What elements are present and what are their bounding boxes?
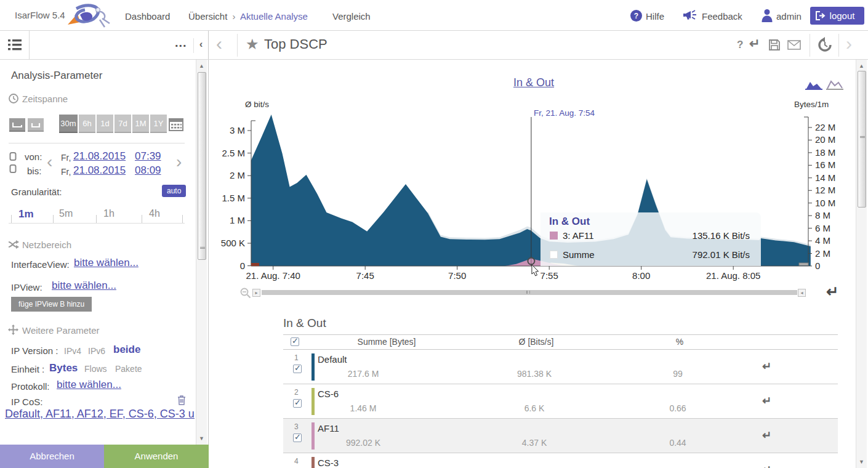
protokoll-link[interactable]: bitte wählen... <box>57 379 121 391</box>
main-scrollbar[interactable]: ▲ ▼ <box>856 60 867 468</box>
zoom-out-icon[interactable] <box>240 288 251 299</box>
bis-time-link[interactable]: 08:09 <box>135 164 161 177</box>
area-chart-type-icon[interactable] <box>805 79 822 91</box>
shuffle-icon <box>8 240 19 249</box>
weitere-parameter-label: Weitere Parameter <box>22 325 100 336</box>
nav-vergleich[interactable]: Vergleich <box>332 11 371 22</box>
main-scroll-thumb[interactable] <box>858 71 866 208</box>
email-icon[interactable] <box>787 40 801 50</box>
col-summe[interactable]: Summe [Bytes] <box>358 337 416 347</box>
nav-feedback[interactable]: Feedback <box>702 11 742 22</box>
back-chevron-icon[interactable]: ‹ <box>216 33 222 54</box>
svg-text:0: 0 <box>240 260 245 271</box>
megaphone-icon[interactable] <box>683 9 697 22</box>
preset-1M[interactable]: 1M <box>132 115 149 133</box>
scroll-up-icon[interactable]: ▲ <box>859 63 864 69</box>
preset-30m[interactable]: 30m <box>59 115 78 133</box>
sidebar-scrollbar[interactable]: ▲ ▼ <box>196 60 207 445</box>
range-prev-icon[interactable]: ‹ <box>47 152 52 172</box>
favorite-star-icon[interactable]: ★ <box>246 36 259 53</box>
ipview-link[interactable]: bitte wählen... <box>52 280 116 292</box>
col-pct[interactable]: % <box>676 337 683 347</box>
von-date-link[interactable]: 21.08.2015 <box>73 150 126 163</box>
preset-7d[interactable]: 7d <box>115 115 131 133</box>
row-drilldown-icon[interactable]: ↵ <box>762 463 771 468</box>
row-drilldown-icon[interactable]: ↵ <box>762 360 771 373</box>
row-checkbox[interactable] <box>293 365 302 373</box>
breadcrumb-parent[interactable]: Übersicht <box>188 11 227 22</box>
tooltip-title: In & Out <box>549 216 590 228</box>
col-avg[interactable]: Ø [Bits/s] <box>519 337 554 347</box>
preset-6h[interactable]: 6h <box>79 115 95 133</box>
sidebar-scroll-thumb[interactable] <box>198 72 206 260</box>
list-icon[interactable] <box>0 31 30 60</box>
chart-hscrollbar[interactable] <box>262 290 797 295</box>
granularity-1m[interactable]: 1m <box>18 208 34 220</box>
line-chart-type-icon[interactable] <box>826 79 843 91</box>
einheit-bytes[interactable]: Bytes <box>49 362 78 374</box>
interfaceview-link[interactable]: bitte wählen... <box>74 257 139 269</box>
row-avg: 4.37 K <box>522 438 547 448</box>
von-time-link[interactable]: 07:39 <box>135 150 161 163</box>
protokoll-label: Protokoll: <box>11 381 50 392</box>
chart-return-icon[interactable]: ↵ <box>826 283 838 301</box>
svg-text:1 M: 1 M <box>230 215 245 225</box>
einheit-flows[interactable]: Flows <box>84 364 107 374</box>
row-checkbox[interactable] <box>293 399 302 408</box>
row-name: CS-3 <box>318 458 339 468</box>
isarflow-logo <box>59 1 115 30</box>
logout-button[interactable]: logout <box>810 7 864 25</box>
help-question-icon[interactable]: ? <box>737 39 743 51</box>
collapse-sidebar-icon[interactable]: ‹ <box>193 38 208 53</box>
table-row-default[interactable]: 1 Default 217.6 M 981.38 K 99 ↵ <box>283 350 838 384</box>
scroll-down-icon[interactable]: ▼ <box>199 435 204 442</box>
granularity-4h[interactable]: 4h <box>149 208 160 219</box>
scroll-up-icon[interactable]: ▲ <box>199 63 204 69</box>
link-range-icon[interactable] <box>9 152 17 174</box>
table-row-cs3[interactable]: 4 CS-3 ↵ <box>283 453 838 468</box>
trash-icon[interactable] <box>177 395 186 405</box>
nav-hilfe[interactable]: Hilfe <box>646 11 664 22</box>
scroll-down-icon[interactable]: ▼ <box>859 459 864 465</box>
ip-cos-link[interactable]: Default, AF11, AF12, EF, CS-6, CS-3 und <box>5 408 195 421</box>
granularity-auto-button[interactable]: auto <box>162 185 186 197</box>
einheit-pakete[interactable]: Pakete <box>115 364 142 374</box>
calendar-icon[interactable] <box>169 117 183 132</box>
row-drilldown-icon[interactable]: ↵ <box>762 394 771 408</box>
chart-title-link[interactable]: In & Out <box>513 76 554 89</box>
nav-dashboard[interactable]: Dashboard <box>125 11 170 22</box>
save-icon[interactable] <box>769 39 780 50</box>
add-ipview-b-button[interactable]: füge IPView B hinzu <box>11 297 92 312</box>
window-mode-fixed-button[interactable] <box>28 118 44 132</box>
table-row-af11[interactable]: 3 AF11 992.02 K 4.37 K 0.44 ↵ <box>283 419 838 453</box>
table-row-cs6[interactable]: 2 CS-6 1.46 M 6.6 K 0.66 ↵ <box>283 384 838 419</box>
cancel-button[interactable]: Abbrechen <box>0 445 104 468</box>
bis-date-link[interactable]: 21.08.2015 <box>73 164 126 177</box>
preset-1Y[interactable]: 1Y <box>150 115 167 133</box>
granularity-1h[interactable]: 1h <box>103 208 115 219</box>
row-checkbox[interactable] <box>293 434 302 442</box>
overflow-menu-dots[interactable]: ... <box>175 36 187 50</box>
apply-return-icon[interactable]: ↵ <box>749 36 760 51</box>
select-all-checkbox[interactable] <box>291 337 299 346</box>
preset-1d[interactable]: 1d <box>97 115 113 133</box>
nav-user[interactable]: admin <box>776 11 802 22</box>
window-mode-sliding-button[interactable] <box>9 118 25 132</box>
granularity-5m[interactable]: 5m <box>59 208 73 219</box>
help-icon[interactable]: ? <box>630 10 642 22</box>
row-summe: 217.6 M <box>348 369 379 379</box>
svg-text:7:50: 7:50 <box>448 270 466 281</box>
cursor-timestamp-label: Fr, 21. Aug. 7:54 <box>534 108 595 118</box>
hscroll-right-button[interactable]: ◂ <box>798 289 806 297</box>
fixed-window-icon <box>31 122 41 128</box>
chart-tooltip: In & Out 3: AF11 135.16 K Bit/s Summe 79… <box>540 212 761 266</box>
ip-version-beide[interactable]: beide <box>113 344 140 356</box>
ip-version-ipv4[interactable]: IPv4 <box>64 346 81 356</box>
hscroll-left-button[interactable]: ▸ <box>252 289 260 297</box>
apply-button[interactable]: Anwenden <box>104 445 209 468</box>
range-next-icon[interactable]: › <box>176 152 182 172</box>
breadcrumb-current[interactable]: Aktuelle Analyse <box>240 11 308 22</box>
row-drilldown-icon[interactable]: ↵ <box>762 429 771 442</box>
ip-version-ipv6[interactable]: IPv6 <box>88 346 105 356</box>
history-icon[interactable] <box>817 37 833 53</box>
